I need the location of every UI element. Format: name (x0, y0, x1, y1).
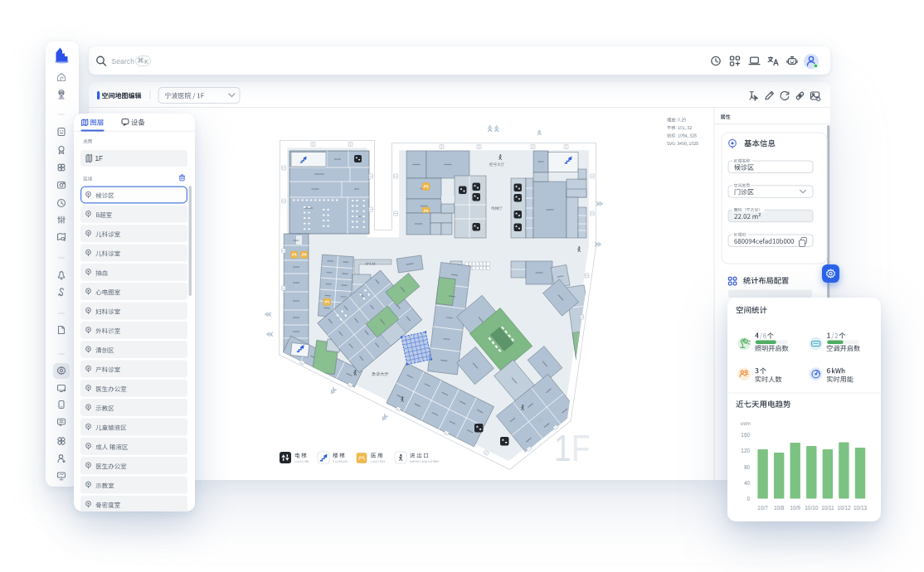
svg-text:10/10: 10/10 (805, 505, 818, 511)
svg-text:40: 40 (744, 480, 751, 486)
svg-text:Search: Search (112, 57, 135, 65)
svg-text:120: 120 (741, 448, 750, 453)
svg-text:160: 160 (741, 432, 750, 438)
svg-text:0: 0 (746, 496, 750, 502)
svg-text:1F: 1F (95, 155, 104, 162)
svg-text:10/11: 10/11 (821, 505, 834, 511)
svg-text:10/7: 10/7 (757, 505, 768, 511)
svg-text:10/12: 10/12 (838, 505, 851, 511)
svg-text:10/8: 10/8 (774, 505, 785, 511)
svg-text:10/9: 10/9 (790, 505, 800, 511)
svg-text:kWh: kWh (741, 421, 751, 426)
svg-text:10/13: 10/13 (853, 505, 867, 511)
svg-text:80: 80 (744, 464, 751, 470)
svg-text:1F: 1F (554, 428, 591, 469)
svg-text:K: K (144, 58, 148, 65)
